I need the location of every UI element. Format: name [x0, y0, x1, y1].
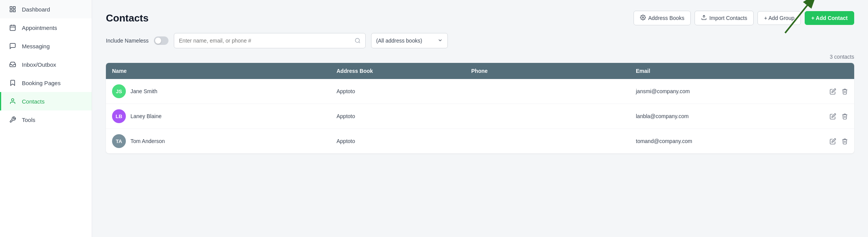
sidebar-item-label: Messaging	[22, 43, 50, 49]
avatar: LB	[112, 109, 126, 123]
add-contact-button[interactable]: + Add Contact	[805, 11, 854, 25]
add-contact-label: + Add Contact	[811, 15, 848, 21]
contact-name-cell: LB Laney Blaine	[106, 104, 330, 129]
header-row: Contacts Address Books Import Contacts +…	[106, 11, 854, 25]
delete-icon[interactable]	[842, 113, 848, 120]
sidebar-item-booking-pages[interactable]: Booking Pages	[0, 74, 92, 92]
sidebar-item-label: Contacts	[22, 98, 45, 105]
inbox-icon	[9, 61, 17, 68]
sidebar-item-dashboard[interactable]: Dashboard	[0, 0, 92, 18]
address-books-label: Address Books	[648, 15, 684, 21]
add-group-button[interactable]: + Add Group	[757, 11, 801, 25]
table-header-row: Name Address Book Phone Email	[106, 63, 854, 79]
svg-rect-2	[10, 10, 12, 12]
svg-rect-1	[13, 7, 15, 8]
include-nameless-toggle[interactable]	[154, 36, 168, 45]
svg-point-13	[355, 38, 360, 43]
contact-name: Laney Blaine	[130, 113, 162, 119]
contacts-table: Name Address Book Phone Email JS Jane Sm…	[106, 63, 854, 153]
contact-email: jansmi@company.com	[630, 79, 794, 104]
sidebar-item-label: Booking Pages	[22, 80, 61, 86]
address-book-select[interactable]: (All address books)	[371, 33, 448, 48]
contact-phone	[465, 104, 630, 129]
svg-point-9	[642, 17, 644, 18]
sidebar-item-label: Appointments	[22, 25, 57, 31]
gear-icon	[640, 15, 646, 21]
search-input[interactable]	[179, 38, 355, 44]
page-title: Contacts	[106, 12, 149, 24]
contact-name-cell: TA Tom Anderson	[106, 129, 330, 154]
contact-email: lanbla@company.com	[630, 104, 794, 129]
delete-icon[interactable]	[842, 138, 848, 145]
contact-address-book: Apptoto	[330, 129, 465, 154]
col-header-actions	[794, 63, 854, 79]
contact-address-book: Apptoto	[330, 79, 465, 104]
sidebar-item-messaging[interactable]: Messaging	[0, 37, 92, 55]
sidebar-item-contacts[interactable]: Contacts	[0, 92, 92, 110]
message-icon	[9, 42, 17, 50]
upload-icon	[701, 15, 707, 21]
grid-icon	[9, 5, 17, 13]
svg-rect-0	[10, 7, 12, 8]
edit-icon[interactable]	[830, 138, 836, 145]
edit-icon[interactable]	[830, 88, 836, 95]
filter-row: Include Nameless (All address books)	[106, 33, 854, 48]
include-nameless-label: Include Nameless	[106, 38, 149, 44]
contact-name: Tom Anderson	[130, 138, 165, 144]
wrench-icon	[9, 116, 17, 123]
contact-actions	[794, 79, 854, 104]
contacts-count: 3 contacts	[106, 54, 854, 60]
sidebar-item-tools[interactable]: Tools	[0, 110, 92, 129]
add-group-label: + Add Group	[764, 15, 794, 21]
table-row: TA Tom Anderson Apptoto tomand@company.c…	[106, 129, 854, 154]
contact-phone	[465, 129, 630, 154]
col-header-name: Name	[106, 63, 330, 79]
contact-name-cell: JS Jane Smith	[106, 79, 330, 104]
user-icon	[9, 97, 17, 105]
sidebar-item-inbox[interactable]: Inbox/Outbox	[0, 55, 92, 74]
contact-actions	[794, 104, 854, 129]
contact-actions	[794, 129, 854, 154]
bookmark-icon	[9, 79, 17, 87]
main-content: Contacts Address Books Import Contacts +…	[92, 0, 868, 237]
svg-rect-3	[13, 10, 15, 12]
col-header-phone: Phone	[465, 63, 630, 79]
address-books-button[interactable]: Address Books	[634, 11, 691, 25]
sidebar: Dashboard Appointments Messaging Inbox/O…	[0, 0, 92, 237]
edit-icon[interactable]	[830, 113, 836, 120]
col-header-email: Email	[630, 63, 794, 79]
table-row: JS Jane Smith Apptoto jansmi@company.com	[106, 79, 854, 104]
delete-icon[interactable]	[842, 88, 848, 95]
contact-name: Jane Smith	[130, 88, 157, 94]
chevron-down-icon	[437, 38, 443, 44]
contact-email: tomand@company.com	[630, 129, 794, 154]
sidebar-item-appointments[interactable]: Appointments	[0, 18, 92, 37]
sidebar-item-label: Inbox/Outbox	[22, 61, 56, 68]
sidebar-item-label: Tools	[22, 117, 35, 123]
import-contacts-button[interactable]: Import Contacts	[695, 11, 754, 25]
search-button[interactable]	[355, 38, 361, 44]
address-book-select-value: (All address books)	[376, 38, 422, 44]
search-box	[174, 33, 366, 48]
svg-rect-4	[10, 25, 15, 31]
contact-address-book: Apptoto	[330, 104, 465, 129]
import-contacts-label: Import Contacts	[709, 15, 747, 21]
avatar: TA	[112, 134, 126, 148]
col-header-address-book: Address Book	[330, 63, 465, 79]
svg-line-14	[359, 42, 360, 43]
svg-point-8	[12, 99, 14, 101]
calendar-icon	[9, 24, 17, 31]
sidebar-item-label: Dashboard	[22, 6, 50, 13]
contact-phone	[465, 79, 630, 104]
avatar: JS	[112, 84, 126, 98]
header-actions: Address Books Import Contacts + Add Grou…	[634, 11, 854, 25]
table-row: LB Laney Blaine Apptoto lanbla@company.c…	[106, 104, 854, 129]
